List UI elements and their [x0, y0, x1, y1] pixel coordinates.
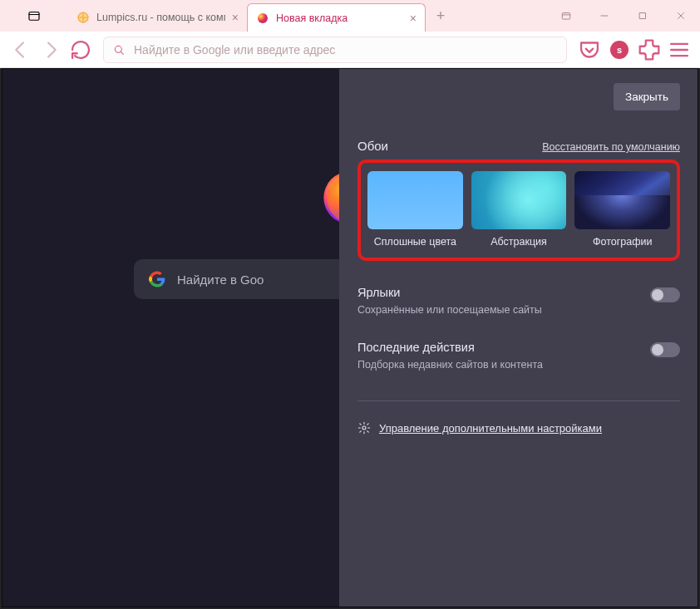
- url-input[interactable]: [134, 43, 558, 56]
- nav-toolbar: s: [0, 32, 700, 68]
- reload-button[interactable]: [67, 36, 95, 64]
- app-menu-button[interactable]: [665, 36, 693, 64]
- close-tab-icon[interactable]: ×: [410, 12, 417, 25]
- wallpapers-reset-link[interactable]: Восстановить по умолчанию: [542, 141, 680, 153]
- wallpaper-photo-thumb: [574, 171, 670, 229]
- window-close-button[interactable]: [662, 0, 700, 32]
- recent-row: Последние действия Подборка недавних сай…: [357, 341, 680, 371]
- lumpics-favicon-icon: [76, 11, 90, 24]
- recent-desc: Подборка недавних сайтов и контента: [357, 359, 543, 371]
- puzzle-icon: [635, 36, 663, 64]
- recent-tabs-icon: [27, 8, 42, 23]
- minimize-button[interactable]: [585, 0, 624, 32]
- svg-point-7: [362, 426, 366, 430]
- svg-rect-0: [29, 12, 39, 21]
- wallpapers-highlight: Сплошные цвета Абстракция Фотографии: [357, 160, 680, 261]
- firefox-favicon-icon: [256, 12, 269, 25]
- close-tab-icon[interactable]: ×: [232, 11, 239, 24]
- customize-panel: Закрыть Обои Восстановить по умолчанию С…: [339, 68, 698, 607]
- forward-button[interactable]: [37, 36, 65, 64]
- wallpapers-title: Обои: [357, 139, 388, 153]
- newtab-search-placeholder: Найдите в Goo: [177, 273, 264, 287]
- panel-divider: [357, 400, 680, 401]
- shortcuts-row: Ярлыки Сохранённые или посещаемые сайты: [357, 286, 680, 316]
- wallpaper-label: Сплошные цвета: [374, 236, 456, 248]
- wallpaper-solid[interactable]: Сплошные цвета: [367, 171, 463, 248]
- pocket-button[interactable]: [575, 36, 604, 64]
- search-icon: [112, 43, 126, 56]
- tab-label: Новая вкладка: [276, 12, 348, 24]
- shortcuts-desc: Сохранённые или посещаемые сайты: [357, 304, 542, 316]
- account-button[interactable]: s: [605, 36, 633, 64]
- new-tab-button[interactable]: +: [426, 0, 456, 32]
- svg-point-5: [115, 46, 121, 52]
- shortcuts-texts: Ярлыки Сохранённые или посещаемые сайты: [357, 286, 542, 316]
- wallpapers-header: Обои Восстановить по умолчанию: [357, 139, 680, 153]
- shortcuts-toggle[interactable]: [650, 287, 680, 302]
- maximize-button[interactable]: [624, 0, 662, 32]
- panel-close-button[interactable]: Закрыть: [614, 83, 680, 111]
- wallpaper-solid-thumb: [367, 171, 463, 229]
- titlebar-spacer: [456, 0, 547, 32]
- wallpaper-label: Фотографии: [593, 236, 652, 248]
- svg-rect-3: [562, 13, 569, 20]
- more-settings-label: Управление дополнительными настройками: [379, 422, 602, 435]
- titlebar: Lumpics.ru - помощь с компь × Новая вкла…: [0, 0, 700, 32]
- extensions-button[interactable]: [635, 36, 663, 64]
- wallpaper-abstract[interactable]: Абстракция: [471, 171, 567, 248]
- arrow-right-icon: [37, 36, 65, 64]
- recent-texts: Последние действия Подборка недавних сай…: [357, 341, 543, 371]
- wallpaper-label: Абстракция: [490, 236, 547, 248]
- wallpaper-abstract-thumb: [471, 171, 567, 229]
- back-button[interactable]: [7, 36, 35, 64]
- shortcuts-title: Ярлыки: [357, 286, 542, 299]
- tab-newtab[interactable]: Новая вкладка ×: [247, 3, 426, 32]
- wallpaper-photo[interactable]: Фотографии: [574, 171, 670, 248]
- svg-rect-4: [640, 13, 646, 19]
- panel-close-row: Закрыть: [357, 83, 680, 111]
- svg-point-2: [258, 13, 268, 23]
- recent-toggle[interactable]: [650, 342, 680, 357]
- list-tabs-button[interactable]: [547, 0, 585, 32]
- tab-lumpics[interactable]: Lumpics.ru - помощь с компь ×: [68, 3, 247, 32]
- reload-icon: [67, 36, 95, 64]
- more-settings-link[interactable]: Управление дополнительными настройками: [357, 421, 680, 435]
- recent-tabs-button[interactable]: [0, 0, 68, 32]
- content-area: Найдите в Goo Закрыть Обои Восстановить …: [0, 68, 700, 609]
- tab-label: Lumpics.ru - помощь с компь: [96, 12, 225, 23]
- google-icon: [149, 271, 165, 287]
- recent-title: Последние действия: [357, 341, 543, 354]
- avatar: s: [610, 41, 629, 59]
- url-bar[interactable]: [103, 37, 567, 63]
- pocket-icon: [575, 36, 604, 64]
- arrow-left-icon: [7, 36, 35, 64]
- gear-icon: [357, 421, 371, 435]
- hamburger-icon: [665, 36, 693, 64]
